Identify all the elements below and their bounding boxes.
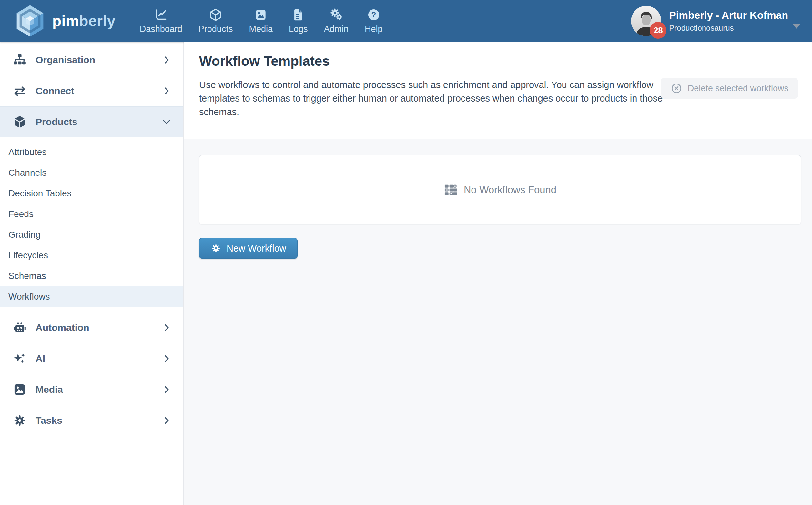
nav-label: Help [365, 24, 383, 34]
sidebar-item-label: Products [35, 117, 78, 127]
question-circle-icon: ? [367, 8, 381, 22]
page-title: Workflow Templates [199, 53, 798, 69]
sidebar-subitem-feeds[interactable]: Feeds [0, 204, 183, 224]
gears-icon [329, 8, 344, 22]
chevron-right-icon [161, 322, 172, 333]
chart-line-icon [154, 8, 168, 22]
chevron-right-icon [161, 353, 172, 364]
sidebar-item-media[interactable]: Media [0, 374, 183, 405]
sidebar-item-ai[interactable]: AI [0, 343, 183, 374]
nav-item-help[interactable]: ? Help [357, 8, 391, 34]
brand-logo[interactable]: pimberly [13, 4, 116, 38]
delete-selected-workflows-button[interactable]: Delete selected workflows [661, 78, 798, 99]
workflows-empty-state-card: No Workflows Found [199, 155, 801, 224]
caret-down-icon [793, 24, 800, 29]
page-header: Workflow Templates Use workflows to cont… [184, 42, 812, 139]
nav-item-products[interactable]: Products [190, 8, 241, 34]
products-submenu: Attributes Channels Decision Tables Feed… [0, 137, 183, 307]
sitemap-icon [12, 52, 27, 67]
empty-state-label: No Workflows Found [464, 184, 556, 196]
nav-label: Media [249, 24, 273, 34]
user-info: Pimberly - Artur Kofman Productionosauru… [669, 9, 788, 33]
sidebar-subitem-attributes[interactable]: Attributes [0, 142, 183, 163]
sidebar-item-tasks[interactable]: Tasks [0, 405, 183, 436]
nav-item-dashboard[interactable]: Dashboard [132, 8, 190, 34]
avatar: 28 [631, 6, 661, 36]
document-icon [291, 8, 305, 22]
pimberly-logo-icon [13, 4, 47, 38]
chevron-right-icon [161, 384, 172, 395]
user-org: Productionosaurus [669, 23, 788, 33]
chevron-right-icon [161, 54, 172, 65]
nav-item-logs[interactable]: Logs [281, 8, 316, 34]
sidebar-subitem-channels[interactable]: Channels [0, 163, 183, 183]
image-icon [12, 382, 27, 397]
primary-nav: Dashboard Products Media [132, 8, 391, 34]
sidebar-subitem-lifecycles[interactable]: Lifecycles [0, 245, 183, 266]
chevron-right-icon [161, 86, 172, 97]
main-content: Workflow Templates Use workflows to cont… [184, 42, 812, 505]
sidebar-subitem-schemas[interactable]: Schemas [0, 266, 183, 286]
notification-badge: 28 [650, 22, 666, 39]
nav-label: Logs [289, 24, 308, 34]
nav-label: Dashboard [140, 24, 182, 34]
sidebar-item-label: Media [35, 384, 63, 395]
new-workflow-label: New Workflow [227, 243, 286, 254]
sidebar-item-products[interactable]: Products [0, 107, 183, 137]
chevron-down-icon [161, 117, 172, 127]
sidebar-item-connect[interactable]: Connect [0, 75, 183, 107]
gear-icon [211, 243, 222, 254]
sidebar-item-label: Connect [35, 86, 74, 97]
nav-item-media[interactable]: Media [241, 8, 281, 34]
new-workflow-button[interactable]: New Workflow [199, 238, 297, 259]
svg-text:?: ? [372, 10, 376, 19]
table-grid-icon [444, 183, 458, 197]
cube-icon [12, 115, 27, 129]
brand-name: pimberly [52, 14, 116, 28]
gear-icon [12, 413, 27, 428]
sidebar-item-label: Tasks [35, 415, 62, 426]
cube-icon [209, 8, 223, 22]
robot-icon [12, 320, 27, 335]
sidebar-item-organisation[interactable]: Organisation [0, 44, 183, 75]
sparkles-icon [12, 351, 27, 366]
top-navbar: pimberly Dashboard Products [0, 0, 812, 42]
image-icon [254, 8, 268, 22]
nav-label: Admin [324, 24, 349, 34]
page-body: No Workflows Found New Workflow [184, 139, 812, 505]
circle-x-icon [670, 82, 683, 95]
sidebar-item-automation[interactable]: Automation [0, 312, 183, 343]
sidebar-subitem-decision-tables[interactable]: Decision Tables [0, 183, 183, 204]
delete-button-label: Delete selected workflows [688, 83, 788, 94]
sidebar-item-label: Automation [35, 322, 90, 333]
user-menu[interactable]: 28 Pimberly - Artur Kofman Productionosa… [631, 6, 800, 36]
page-description: Use workflows to control and automate pr… [199, 78, 677, 119]
sidebar-item-label: AI [35, 353, 45, 364]
nav-item-admin[interactable]: Admin [316, 8, 357, 34]
sidebar-item-label: Organisation [35, 54, 95, 65]
chevron-right-icon [161, 415, 172, 426]
transfer-arrows-icon [12, 83, 27, 98]
nav-label: Products [198, 24, 233, 34]
sidebar-subitem-workflows[interactable]: Workflows [0, 286, 183, 307]
sidebar-subitem-grading[interactable]: Grading [0, 224, 183, 245]
user-name: Pimberly - Artur Kofman [669, 9, 788, 21]
sidebar: Organisation Connect [0, 42, 184, 505]
